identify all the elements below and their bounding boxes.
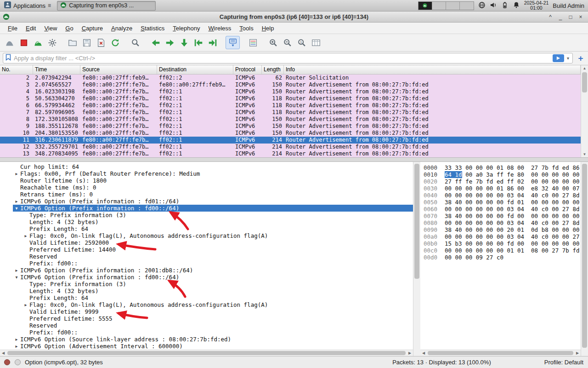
detail-line[interactable]: Prefix: fd00:: [0, 260, 413, 267]
column-header-time[interactable]: Time [33, 65, 80, 74]
detail-line[interactable]: Reachable time (ms): 0 [0, 184, 413, 191]
scrollbar-thumb[interactable] [428, 351, 573, 355]
file-close-icon[interactable] [94, 36, 108, 49]
display-filter-input[interactable] [14, 55, 550, 62]
column-header-no[interactable]: No. [0, 65, 33, 74]
maximize-button[interactable]: □ [566, 14, 575, 20]
detail-line[interactable]: Length: 4 (32 bytes) [0, 218, 413, 225]
zoom-in-icon[interactable] [266, 36, 280, 49]
detail-line[interactable]: Length: 4 (32 bytes) [0, 288, 413, 294]
menu-help[interactable]: Help [258, 23, 278, 33]
zoom-original-icon[interactable]: 1 [294, 36, 309, 49]
volume-icon[interactable] [490, 1, 497, 10]
colorize-icon[interactable] [246, 36, 260, 49]
hex-row[interactable]: 00b015 b3 00 00 00 00 fd 0000 00 00 00 0… [424, 240, 581, 247]
clock[interactable]: 2025-04-21 01:00 [524, 0, 549, 11]
menu-view[interactable]: View [40, 23, 61, 33]
hex-row[interactable]: 002027 ff fe 7b fd ed ff 0200 00 00 00 0… [424, 178, 581, 185]
scroll-right-icon[interactable]: ▶ [407, 351, 413, 355]
scroll-left-icon[interactable]: ◀ [420, 351, 427, 355]
expand-icon[interactable]: ▸ [13, 198, 20, 205]
menu-go[interactable]: Go [61, 23, 77, 33]
detail-line[interactable]: ▸Flag: 0xc0, On-link flag(L), Autonomous… [0, 301, 413, 308]
expand-icon[interactable]: ▸ [13, 336, 20, 343]
capture-options-icon[interactable] [45, 36, 59, 49]
battery-icon[interactable] [501, 1, 509, 10]
packet-list-scrollbar[interactable]: ▲ ▼ [581, 65, 588, 157]
go-last-icon[interactable] [205, 36, 220, 49]
packet-row[interactable]: 22.073942294fe80::a00:27ff:feb9…ff02::2I… [0, 75, 581, 81]
notification-bell-icon[interactable] [513, 1, 520, 10]
hex-row[interactable]: 00a000 00 00 00 00 00 03 0440 c0 00 00 2… [424, 233, 581, 240]
hex-hscrollbar[interactable]: ◀ ▶ [420, 350, 581, 356]
hex-row[interactable]: 009038 40 00 00 00 00 20 010d b8 00 00 0… [424, 226, 581, 233]
network-icon[interactable] [478, 1, 486, 10]
scrollbar-thumb[interactable] [582, 164, 587, 348]
go-first-icon[interactable] [191, 36, 205, 49]
expand-icon[interactable]: ▸ [22, 232, 29, 239]
add-filter-button[interactable]: + [576, 53, 585, 63]
hex-row[interactable]: 00d000 00 00 09 27 c0 [424, 254, 581, 261]
column-header-source[interactable]: Source [80, 65, 157, 74]
scrollbar-thumb[interactable] [582, 72, 587, 92]
profile-text[interactable]: Profile: Default [544, 359, 583, 366]
packet-row[interactable]: 550.563304270fe80::a00:27ff:fe7b…ff02::1… [0, 95, 581, 102]
apply-filter-button[interactable] [553, 54, 564, 62]
hex-row[interactable]: 006000 00 00 00 00 00 03 0440 c0 00 27 8… [424, 206, 581, 213]
detail-line[interactable]: Preferred Lifetime: 14400 [0, 246, 413, 253]
packet-row[interactable]: 9188.355112678fe80::a00:27ff:fe7b…ff02::… [0, 123, 581, 130]
detail-line[interactable]: Type: Prefix information (3) [0, 212, 413, 218]
hex-row[interactable]: 00c000 00 00 00 00 00 01 0108 00 27 7b f… [424, 247, 581, 254]
go-to-packet-icon[interactable] [177, 36, 191, 49]
display-filter-box[interactable]: ▾ [3, 53, 573, 63]
detail-line[interactable]: Valid Lifetime: 2592000 [0, 239, 413, 246]
hex-row[interactable]: 003000 00 00 00 00 01 86 00e8 32 40 00 0… [424, 185, 581, 192]
menu-edit[interactable]: Edit [22, 23, 40, 33]
pane-splitter[interactable] [0, 157, 588, 162]
menu-telephony[interactable]: Telephony [169, 23, 204, 33]
menu-capture[interactable]: Capture [78, 23, 107, 33]
detail-line[interactable]: Prefix Length: 64 [0, 225, 413, 232]
file-save-icon[interactable] [79, 36, 94, 49]
find-icon[interactable] [128, 36, 142, 49]
packet-row[interactable]: 32.074565527fe80::a00:27ff:fe7b…fe80::a0… [0, 81, 581, 88]
packet-row[interactable]: 8172.330105808fe80::a00:27ff:fe7b…ff02::… [0, 116, 581, 123]
column-header-info[interactable]: Info [284, 65, 581, 74]
applications-menu[interactable]: Applications ≡ [0, 0, 55, 11]
detail-line[interactable]: ▸Flags: 0x00, Prf (Default Router Prefer… [0, 170, 413, 177]
expand-icon[interactable]: ▸ [13, 343, 20, 350]
detail-line[interactable]: ▸ICMPv6 Option (Source link-layer addres… [0, 336, 413, 343]
packet-row[interactable]: 416.023303198fe80::a00:27ff:fe7b…ff02::1… [0, 88, 581, 95]
hex-vscrollbar[interactable] [581, 162, 588, 356]
hex-row[interactable]: 007038 40 00 00 00 00 fd 0000 00 00 00 0… [424, 213, 581, 219]
column-header-protocol[interactable]: Protocol [233, 65, 262, 74]
hex-row[interactable]: 005038 40 00 00 00 00 fd 0100 00 00 00 0… [424, 199, 581, 206]
hex-row[interactable]: 004000 00 00 00 00 00 03 0440 c0 00 27 8… [424, 192, 581, 199]
capture-stop-icon[interactable] [17, 36, 31, 49]
capture-start-icon[interactable] [2, 36, 17, 49]
close-button[interactable]: × [577, 14, 585, 20]
bookmark-icon[interactable] [6, 54, 11, 63]
scroll-left-icon[interactable]: ◀ [0, 351, 6, 355]
packet-row[interactable]: 666.579934462fe80::a00:27ff:fe7b…ff02::1… [0, 102, 581, 109]
scrollbar-thumb[interactable] [414, 164, 419, 279]
detail-line[interactable]: Preferred Lifetime: 5555 [0, 315, 413, 322]
expand-icon[interactable]: ▸ [22, 301, 29, 308]
scrollbar-thumb[interactable] [7, 351, 406, 355]
detail-line[interactable]: Router lifetime (s): 1800 [0, 177, 413, 184]
go-forward-icon[interactable] [163, 36, 177, 49]
file-open-icon[interactable] [65, 36, 79, 49]
detail-line[interactable]: ▾ICMPv6 Option (Prefix information : fd0… [0, 274, 413, 281]
workspace-4[interactable] [460, 2, 474, 10]
reload-icon[interactable] [108, 36, 122, 49]
capture-comment-icon[interactable] [14, 359, 21, 366]
packet-row[interactable]: 12332.255729701fe80::a00:27ff:fe7b…ff02:… [0, 144, 581, 150]
scroll-up-icon[interactable]: ▲ [581, 65, 588, 71]
menu-file[interactable]: File [4, 23, 22, 33]
collapse-icon[interactable]: ▾ [13, 274, 20, 281]
hex-row[interactable]: 000033 33 00 00 00 01 08 0027 7b fd ed 8… [424, 164, 581, 171]
detail-line[interactable]: ▸ICMPv6 Option (Prefix information : fd0… [0, 198, 413, 205]
workspace-2[interactable] [432, 2, 446, 10]
detail-line[interactable]: Retrans timer (ms): 0 [0, 191, 413, 198]
hex-row[interactable]: 001064 1d 00 a0 3a ff fe 8000 00 00 00 0… [424, 171, 581, 178]
